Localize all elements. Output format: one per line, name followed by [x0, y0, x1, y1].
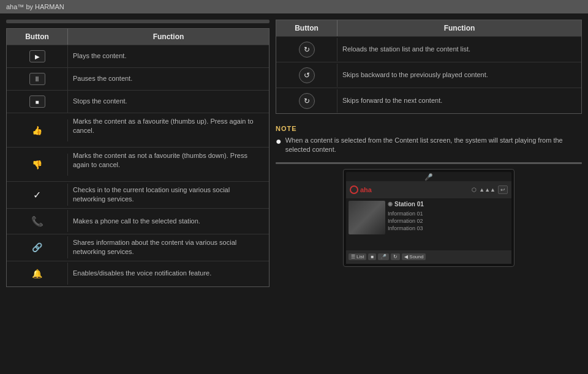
stop-button-cell: ■ — [7, 91, 68, 113]
thumbs-up-button-cell: 👍 — [7, 119, 68, 141]
station-icon: ◉ — [388, 201, 393, 207]
mic-icon-bottom: 🎤 — [380, 254, 386, 260]
separator — [276, 162, 582, 164]
table-row: 📞 Makes a phone call to the selected sta… — [7, 208, 269, 234]
left-panel: Button Function ▶ Plays the content. II … — [6, 20, 270, 368]
stop-function-text: Stops the content. — [68, 93, 269, 110]
aha-sound-button[interactable]: ◀ Sound — [402, 253, 426, 260]
col-header-function-left: Function — [68, 29, 269, 45]
checkin-icon: ✓ — [33, 189, 41, 201]
note-label: NOTE — [276, 125, 582, 132]
aha-mic-area: 🎤 — [346, 172, 511, 181]
aha-thumbnail-image — [349, 201, 385, 234]
list-icon: ☰ — [351, 254, 355, 260]
col-header-button-left: Button — [7, 29, 68, 45]
list-label: List — [356, 254, 364, 260]
reload-icon-bottom: ↻ — [393, 254, 398, 260]
table-row: II Pauses the content. — [7, 67, 269, 90]
notify-icon: 🔔 — [32, 269, 42, 279]
main-content: Button Function ▶ Plays the content. II … — [0, 13, 588, 374]
aha-content-area: ◉ Station 01 Information 01 Information … — [346, 198, 511, 250]
share-button-cell: 🔗 — [7, 236, 68, 258]
aha-info-item-2: Information 02 — [388, 217, 509, 225]
pause-icon: II — [29, 73, 45, 85]
aha-station-label: ◉ Station 01 — [388, 201, 509, 208]
call-function-text: Makes a phone call to the selected stati… — [68, 213, 269, 230]
section-divider — [6, 20, 270, 23]
aha-logo-text: aha — [360, 186, 372, 193]
sound-icon-bottom: ◀ — [404, 254, 408, 260]
table-row: ↻ Skips forward to the next content. — [276, 88, 581, 113]
thumbs-up-function-text: Marks the content as a favourite (thumbs… — [68, 113, 269, 147]
pause-function-text: Pauses the content. — [68, 70, 269, 87]
share-icon: 🔗 — [32, 242, 42, 252]
reload-button-cell: ↻ — [276, 38, 337, 61]
rewind-icon: ↺ — [299, 67, 315, 83]
call-button-cell: 📞 — [7, 210, 68, 232]
aha-info-area: ◉ Station 01 Information 01 Information … — [388, 201, 509, 248]
bullet-dot-icon: ● — [276, 137, 282, 146]
aha-logo-circle — [350, 185, 358, 194]
thumbs-down-icon: 👎 — [32, 160, 42, 170]
table-row: 🔗 Shares information about the content v… — [7, 234, 269, 261]
table-row: ■ Stops the content. — [7, 90, 269, 113]
play-button-cell: ▶ — [7, 45, 68, 67]
note-bullet-row: ● When a content is selected from the Co… — [276, 135, 582, 156]
play-function-text: Plays the content. — [68, 48, 269, 64]
app-title: aha™ by HARMAN — [6, 3, 64, 10]
aha-logo-area: aha — [350, 185, 372, 194]
col-header-function-right: Function — [337, 20, 581, 36]
col-header-button-right: Button — [276, 20, 337, 36]
table-header-left: Button Function — [7, 29, 269, 45]
share-function-text: Shares information about the content via… — [68, 234, 269, 261]
right-table: Button Function ↻ Reloads the station li… — [276, 20, 582, 114]
call-icon: 📞 — [31, 215, 43, 227]
sound-label: Sound — [409, 254, 423, 260]
aha-info-item-1: Information 01 — [388, 210, 509, 217]
note-bullet-text: When a content is selected from the Cont… — [285, 136, 582, 155]
table-row: 👍 Marks the content as a favourite (thum… — [7, 113, 269, 147]
pause-button-cell: II — [7, 68, 68, 90]
rewind-button-cell: ↺ — [276, 64, 337, 87]
rewind-function-text: Skips backward to the previously played … — [337, 67, 581, 83]
table-header-right: Button Function — [276, 20, 581, 36]
aha-mic-button[interactable]: 🎤 — [378, 253, 389, 260]
aha-status-icons: ⬡ ▲▲▲ ↩ — [472, 185, 508, 194]
screenshot-area: 🎤 aha ⬡ ▲▲▲ ↩ — [276, 169, 582, 267]
notify-button-cell: 🔔 — [7, 263, 68, 285]
stop-icon: ■ — [29, 95, 45, 108]
reload-function-text: Reloads the station list and the content… — [337, 41, 581, 58]
table-row: ↺ Skips backward to the previously playe… — [276, 62, 581, 88]
note-section: NOTE ● When a content is selected from t… — [276, 120, 582, 159]
signal-icon: ▲▲▲ — [479, 187, 496, 193]
bluetooth-icon: ⬡ — [472, 187, 477, 193]
checkin-function-text: Checks in to the current location using … — [68, 182, 269, 208]
thumbs-down-function-text: Marks the content as not a favourite (th… — [68, 148, 269, 181]
checkin-button-cell: ✓ — [7, 184, 68, 206]
table-row: 👎 Marks the content as not a favourite (… — [7, 147, 269, 181]
table-row: ▶ Plays the content. — [7, 45, 269, 67]
forward-function-text: Skips forward to the next content. — [337, 92, 581, 109]
thumbs-up-icon: 👍 — [32, 125, 42, 135]
table-row: ✓ Checks in to the current location usin… — [7, 181, 269, 208]
back-btn[interactable]: ↩ — [498, 185, 508, 194]
station-name: Station 01 — [394, 201, 424, 208]
aha-screen: 🎤 aha ⬡ ▲▲▲ ↩ — [343, 169, 514, 267]
table-row: 🔔 Enables/disables the voice notificatio… — [7, 261, 269, 286]
forward-button-cell: ↻ — [276, 89, 337, 113]
top-bar: aha™ by HARMAN — [0, 0, 588, 13]
aha-info-item-3: Information 03 — [388, 225, 509, 232]
notify-function-text: Enables/disables the voice notification … — [68, 265, 269, 282]
aha-header-bar: aha ⬡ ▲▲▲ ↩ — [346, 181, 511, 198]
stop-icon-bottom: ■ — [371, 254, 374, 260]
aha-list-button[interactable]: ☰ List — [349, 253, 366, 260]
table-row: ↻ Reloads the station list and the conte… — [276, 36, 581, 62]
aha-reload-button[interactable]: ↻ — [391, 253, 400, 260]
aha-stop-button[interactable]: ■ — [368, 253, 376, 260]
aha-bottom-bar: ☰ List ■ 🎤 ↻ ◀ — [346, 250, 511, 264]
forward-icon: ↻ — [299, 93, 315, 109]
thumbs-down-button-cell: 👎 — [7, 154, 68, 176]
mic-top-icon: 🎤 — [424, 173, 433, 181]
right-panel: Button Function ↻ Reloads the station li… — [276, 20, 582, 368]
play-icon: ▶ — [29, 50, 45, 62]
